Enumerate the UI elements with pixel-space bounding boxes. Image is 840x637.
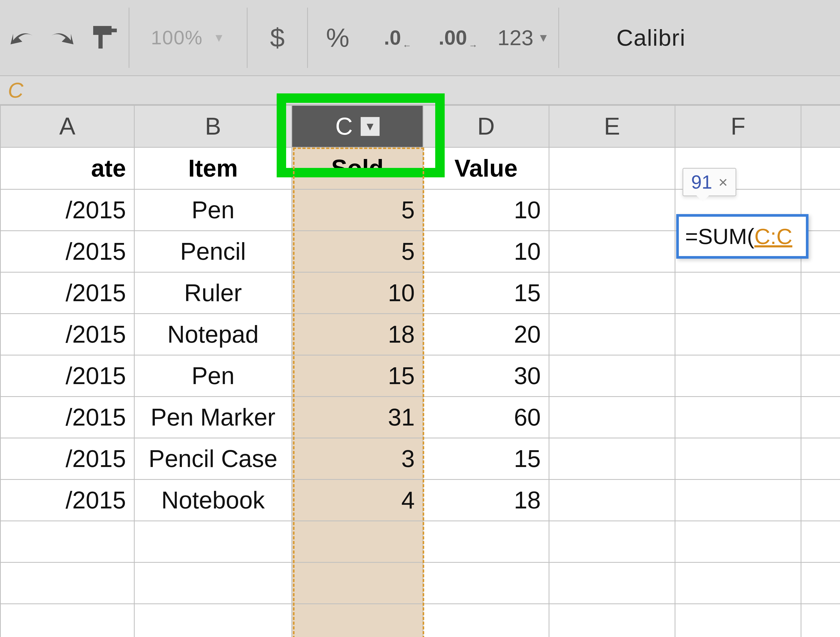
cell[interactable] (675, 563, 801, 604)
cell[interactable] (549, 314, 675, 355)
cell[interactable] (292, 563, 423, 604)
cell[interactable]: 20 (423, 314, 549, 355)
cell[interactable] (0, 563, 134, 604)
column-header-b[interactable]: B (134, 106, 292, 147)
column-header-a[interactable]: A (0, 106, 134, 147)
cell[interactable] (423, 563, 549, 604)
cell[interactable]: 4 (292, 479, 423, 521)
cell[interactable] (801, 314, 840, 355)
cell[interactable] (423, 521, 549, 563)
cell[interactable]: Notepad (134, 314, 292, 355)
cell[interactable] (0, 521, 134, 563)
column-header-d[interactable]: D (423, 106, 549, 147)
cell[interactable] (549, 604, 675, 637)
cell[interactable]: 10 (423, 231, 549, 272)
cell[interactable] (675, 604, 801, 637)
cell[interactable]: 10 (423, 189, 549, 231)
cell[interactable]: Notebook (134, 479, 292, 521)
cell[interactable] (134, 563, 292, 604)
cell-g1[interactable] (801, 147, 840, 189)
cell[interactable] (549, 521, 675, 563)
name-box[interactable]: C (0, 76, 840, 105)
cell[interactable] (549, 397, 675, 438)
cell[interactable]: 5 (292, 231, 423, 272)
cell[interactable]: Ruler (134, 272, 292, 314)
number-format-dropdown[interactable]: 123 ▼ (488, 8, 559, 68)
cell-e1[interactable] (549, 147, 675, 189)
cell[interactable] (801, 604, 840, 637)
cell[interactable] (801, 563, 840, 604)
cell[interactable] (675, 479, 801, 521)
cell[interactable] (801, 438, 840, 479)
cell[interactable] (549, 189, 675, 231)
column-header-f[interactable]: F (675, 106, 801, 147)
cell[interactable] (801, 355, 840, 397)
redo-button[interactable] (42, 8, 81, 68)
cell-d1[interactable]: Value (423, 147, 549, 189)
cell[interactable] (801, 479, 840, 521)
cell[interactable]: 18 (292, 314, 423, 355)
cell[interactable]: 15 (292, 355, 423, 397)
cell[interactable]: 18 (423, 479, 549, 521)
cell[interactable]: Pencil Case (134, 438, 292, 479)
increase-decimal-button[interactable]: .00 → (428, 8, 488, 68)
cell[interactable]: /2015 (0, 397, 134, 438)
cell[interactable] (549, 355, 675, 397)
zoom-dropdown[interactable]: 100% ▼ (129, 8, 247, 68)
column-header-e[interactable]: E (549, 106, 675, 147)
cell[interactable]: 60 (423, 397, 549, 438)
cell[interactable]: 10 (292, 272, 423, 314)
cell-c1[interactable]: Sold (292, 147, 423, 189)
cell[interactable] (549, 231, 675, 272)
cell-b1[interactable]: Item (134, 147, 292, 189)
cell[interactable]: /2015 (0, 231, 134, 272)
paint-format-button[interactable] (81, 8, 129, 68)
cell[interactable] (675, 314, 801, 355)
cell[interactable] (134, 521, 292, 563)
active-cell-editor[interactable]: =SUM(C:C (676, 214, 808, 259)
cell[interactable]: 15 (423, 438, 549, 479)
cell[interactable] (549, 272, 675, 314)
cell[interactable]: 3 (292, 438, 423, 479)
cell[interactable] (675, 272, 801, 314)
cell[interactable] (801, 272, 840, 314)
cell[interactable]: /2015 (0, 314, 134, 355)
cell[interactable]: Pencil (134, 231, 292, 272)
cell[interactable] (292, 604, 423, 637)
cell[interactable] (675, 521, 801, 563)
format-currency-button[interactable]: $ (247, 8, 307, 68)
cell[interactable] (675, 397, 801, 438)
cell[interactable] (675, 355, 801, 397)
cell[interactable]: /2015 (0, 189, 134, 231)
cell[interactable]: /2015 (0, 438, 134, 479)
cell[interactable]: /2015 (0, 355, 134, 397)
cell[interactable] (0, 604, 134, 637)
cell[interactable]: /2015 (0, 272, 134, 314)
cell[interactable] (801, 521, 840, 563)
format-percent-button[interactable]: % (307, 8, 368, 68)
cell[interactable]: 5 (292, 189, 423, 231)
font-dropdown[interactable]: Calibri (559, 8, 743, 68)
cell[interactable]: Pen (134, 189, 292, 231)
column-header-extra[interactable] (801, 106, 840, 147)
column-header-c[interactable]: C ▼ (292, 106, 423, 147)
chevron-down-icon[interactable]: ▼ (361, 117, 380, 136)
cell-a1[interactable]: ate (0, 147, 134, 189)
cell[interactable]: /2015 (0, 479, 134, 521)
cell[interactable] (423, 604, 549, 637)
cell[interactable] (549, 438, 675, 479)
close-icon[interactable]: × (718, 173, 728, 191)
cell[interactable]: 15 (423, 272, 549, 314)
cell[interactable]: Pen (134, 355, 292, 397)
cell[interactable] (292, 521, 423, 563)
cell[interactable]: Pen Marker (134, 397, 292, 438)
cell[interactable] (549, 479, 675, 521)
cell[interactable] (675, 438, 801, 479)
cell[interactable] (549, 563, 675, 604)
decrease-decimal-button[interactable]: .0 ← (368, 8, 428, 68)
cell[interactable] (134, 604, 292, 637)
undo-button[interactable] (3, 8, 42, 68)
cell[interactable]: 31 (292, 397, 423, 438)
cell[interactable] (801, 397, 840, 438)
cell[interactable]: 30 (423, 355, 549, 397)
